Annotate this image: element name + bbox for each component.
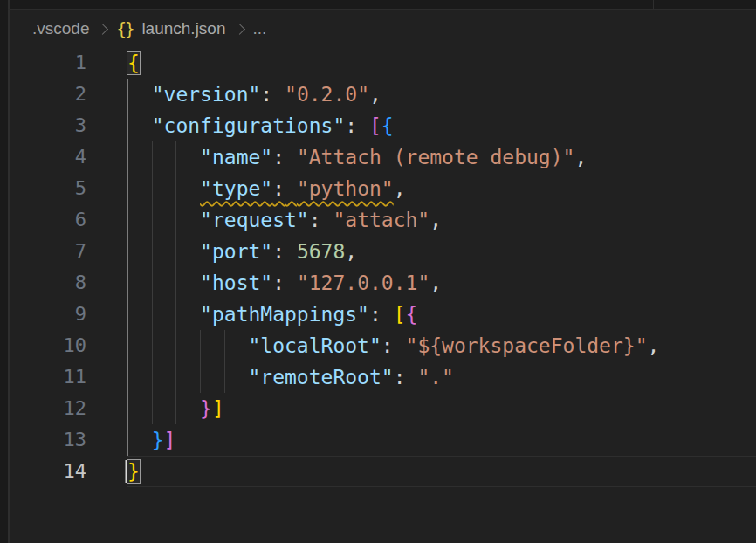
code-line-8[interactable]: 8 "host": "127.0.0.1", (10, 267, 756, 299)
breadcrumb-file[interactable]: launch.json (141, 19, 225, 38)
editor-pane: .vscode {} launch.json ... 1{2 "version"… (10, 10, 756, 543)
code-token: "host" (200, 272, 272, 294)
code-text: "host": "127.0.0.1", (127, 267, 756, 299)
code-text: "localRoot": "${workspaceFolder}", (127, 330, 756, 361)
code-text: "configurations": [{ (127, 110, 756, 141)
code-token: "version" (152, 83, 261, 106)
code-line-2[interactable]: 2 "version": "0.2.0", (10, 79, 756, 110)
warning-squiggle: "type": "python" (200, 177, 394, 200)
line-number[interactable]: 13 (10, 424, 86, 456)
code-area: 1{2 "version": "0.2.0",3 "configurations… (10, 47, 756, 487)
code-token (285, 146, 297, 168)
code-token: ] (212, 397, 224, 420)
code-token: } (152, 429, 164, 451)
tab-separator (653, 0, 654, 9)
code-text: "version": "0.2.0", (127, 79, 756, 110)
code-token: , (394, 177, 406, 200)
code-line-3[interactable]: 3 "configurations": [{ (10, 110, 756, 141)
code-token (127, 177, 200, 200)
line-number[interactable]: 4 (10, 141, 86, 173)
code-text: }] (127, 393, 756, 424)
code-token (127, 114, 152, 137)
code-line-4[interactable]: 4 "name": "Attach (remote debug)", (10, 141, 756, 173)
line-number[interactable]: 11 (10, 361, 86, 393)
code-token (127, 366, 248, 388)
code-token (127, 83, 152, 106)
breadcrumb: .vscode {} launch.json ... (10, 10, 756, 47)
code-token (381, 303, 394, 326)
code-text: "request": "attach", (127, 204, 756, 236)
line-number[interactable]: 10 (10, 330, 86, 361)
code-token: "localRoot" (248, 334, 381, 357)
code-token: "type" (200, 177, 272, 200)
code-token (127, 429, 152, 451)
code-line-6[interactable]: 6 "request": "attach", (10, 204, 756, 236)
chevron-right-icon (98, 24, 109, 35)
code-token: , (430, 209, 442, 231)
json-braces-icon: {} (116, 19, 133, 38)
line-number[interactable]: 2 (10, 79, 86, 110)
line-number[interactable]: 8 (10, 267, 86, 299)
code-token: [ (369, 114, 381, 137)
code-line-7[interactable]: 7 "port": 5678, (10, 236, 756, 267)
code-line-5[interactable]: 5 "type": "python", (10, 173, 756, 204)
code-token: : (272, 177, 285, 200)
code-token: "remoteRoot" (248, 366, 393, 388)
code-token (127, 272, 200, 294)
code-token: "0.2.0" (285, 83, 369, 106)
line-number[interactable]: 5 (10, 173, 86, 204)
code-text: "port": 5678, (127, 236, 756, 267)
code-token (406, 366, 418, 388)
code-token (285, 240, 297, 263)
code-text: { (127, 47, 756, 79)
line-number[interactable]: 6 (10, 204, 86, 236)
code-token: : (381, 334, 394, 357)
code-token (127, 146, 200, 168)
line-number[interactable]: 14 (10, 456, 86, 487)
code-token (321, 209, 333, 231)
code-token (127, 397, 200, 420)
code-line-12[interactable]: 12 }] (10, 393, 756, 424)
line-number[interactable]: 12 (10, 393, 86, 424)
code-token (285, 177, 297, 200)
code-text: "name": "Attach (remote debug)", (127, 141, 756, 173)
code-line-1[interactable]: 1{ (10, 47, 756, 79)
code-token: : (369, 303, 381, 326)
code-token: 5678 (297, 240, 345, 263)
matched-bracket: { (127, 52, 140, 74)
code-line-11[interactable]: 11 "remoteRoot": "." (10, 361, 756, 393)
breadcrumb-folder[interactable]: .vscode (32, 19, 89, 38)
code-token: , (430, 272, 442, 294)
code-line-14[interactable]: 14} (10, 456, 756, 487)
code-token: , (369, 83, 381, 106)
code-token (394, 334, 406, 357)
code-token: "pathMappings" (200, 303, 369, 326)
code-token: "Attach (remote debug)" (297, 146, 575, 168)
code-token: : (272, 146, 285, 168)
code-line-13[interactable]: 13 }] (10, 424, 756, 456)
line-number[interactable]: 9 (10, 299, 86, 330)
code-text: } (127, 456, 756, 487)
code-token: } (200, 397, 212, 420)
code-token: "configurations" (152, 114, 346, 137)
code-token (127, 240, 200, 263)
line-number[interactable]: 1 (10, 47, 86, 79)
code-token: : (394, 366, 406, 388)
code-token (285, 272, 297, 294)
code-token: : (272, 272, 285, 294)
code-token (127, 303, 200, 326)
code-token: { (406, 303, 418, 326)
breadcrumb-symbol-ellipsis[interactable]: ... (253, 19, 267, 38)
chevron-right-icon (234, 24, 245, 35)
code-token (357, 114, 369, 137)
code-token: "${workspaceFolder}" (406, 334, 648, 357)
code-token: , (345, 240, 357, 263)
code-token: "127.0.0.1" (297, 272, 430, 294)
code-line-9[interactable]: 9 "pathMappings": [{ (10, 299, 756, 330)
code-token: : (260, 83, 272, 106)
code-token (272, 83, 285, 106)
line-number[interactable]: 7 (10, 236, 86, 267)
code-token: "python" (297, 177, 394, 200)
code-line-10[interactable]: 10 "localRoot": "${workspaceFolder}", (10, 330, 756, 361)
line-number[interactable]: 3 (10, 110, 86, 141)
